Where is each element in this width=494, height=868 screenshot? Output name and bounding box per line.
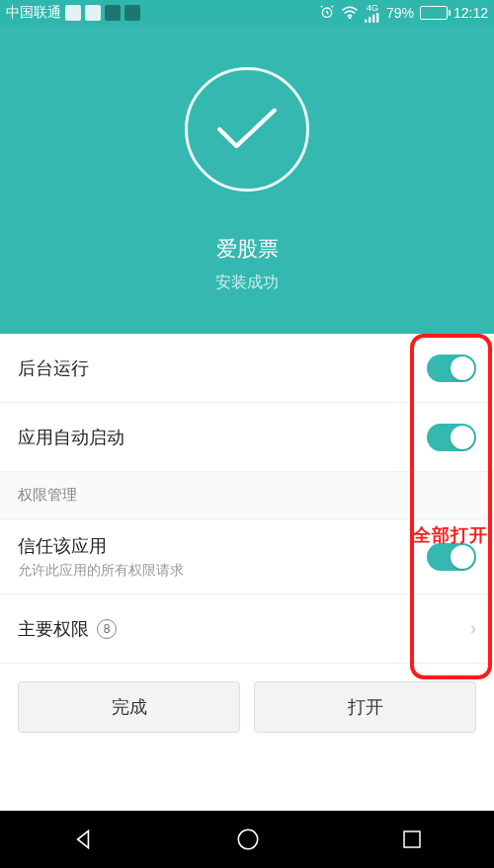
svg-rect-3 (369, 17, 370, 23)
status-app-icon-1 (65, 5, 81, 21)
toggle-background-run[interactable] (427, 355, 476, 382)
svg-rect-4 (372, 14, 374, 22)
toggle-auto-start[interactable] (427, 424, 476, 451)
row-label: 后台运行 (18, 356, 89, 380)
action-buttons: 完成 打开 (0, 664, 494, 733)
battery-pct: 79% (386, 5, 414, 21)
checkmark-circle-icon (185, 67, 309, 192)
chevron-right-icon: › (470, 618, 476, 639)
row-auto-start[interactable]: 应用自动启动 (0, 403, 494, 472)
svg-point-1 (349, 17, 351, 19)
wifi-icon (341, 5, 359, 22)
settings-list: 后台运行 应用自动启动 权限管理 信任该应用 允许此应用的所有权限请求 主要权限… (0, 334, 494, 664)
cellular-indicator: 4G (365, 4, 380, 23)
section-label: 权限管理 (18, 486, 77, 505)
annotation-label: 全部打开 (413, 523, 488, 547)
row-background-run[interactable]: 后台运行 (0, 334, 494, 403)
nav-recents-button[interactable] (400, 828, 424, 851)
svg-rect-5 (376, 13, 378, 23)
system-nav-bar (0, 811, 494, 868)
status-app-icon-4 (124, 5, 140, 21)
alarm-icon (319, 4, 335, 23)
nav-home-button[interactable] (235, 827, 261, 852)
clock: 12:12 (453, 5, 488, 21)
carrier-label: 中国联通 (6, 4, 61, 22)
status-app-icon-2 (85, 5, 101, 21)
row-label: 主要权限 (18, 617, 89, 641)
button-label: 打开 (348, 695, 383, 719)
svg-point-6 (238, 829, 258, 849)
status-app-icon-3 (105, 5, 121, 21)
install-success-hero: 爱股票 安装成功 (0, 26, 494, 334)
row-sublabel: 允许此应用的所有权限请求 (18, 562, 184, 580)
row-label: 应用自动启动 (18, 426, 124, 449)
app-name: 爱股票 (216, 235, 279, 263)
done-button[interactable]: 完成 (18, 681, 240, 733)
svg-rect-2 (365, 19, 367, 22)
install-status-label: 安装成功 (215, 273, 279, 293)
section-permission-mgmt: 权限管理 (0, 472, 494, 519)
battery-icon (420, 6, 448, 20)
svg-rect-7 (404, 831, 420, 847)
permission-count-badge: 8 (97, 619, 117, 639)
status-bar: 中国联通 4G 79% 12:12 (0, 0, 494, 26)
row-label: 信任该应用 (18, 534, 184, 558)
open-button[interactable]: 打开 (254, 681, 476, 733)
row-main-permissions[interactable]: 主要权限 8 › (0, 594, 494, 664)
nav-back-button[interactable] (70, 827, 96, 852)
button-label: 完成 (112, 695, 147, 719)
